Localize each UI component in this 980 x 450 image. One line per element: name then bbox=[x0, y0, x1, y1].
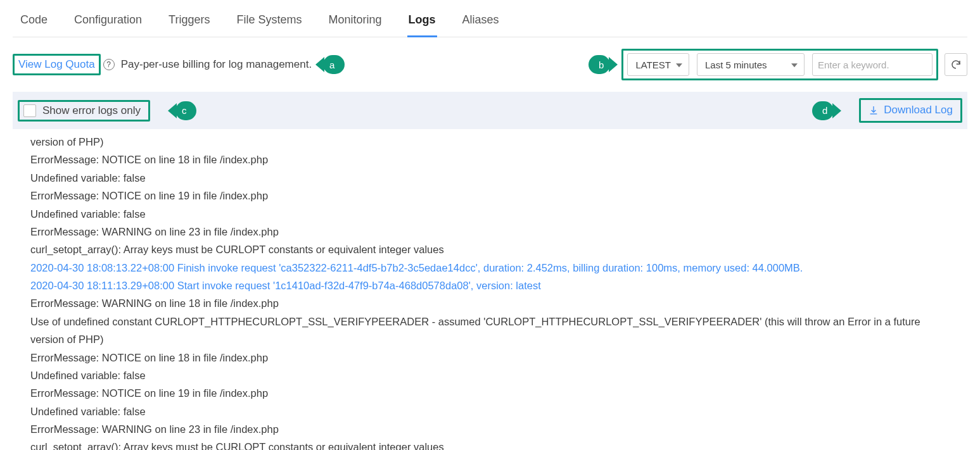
show-errors-checkbox[interactable] bbox=[23, 104, 36, 117]
tab-monitoring[interactable]: Monitoring bbox=[328, 13, 383, 37]
log-line: Undefined variable: false bbox=[30, 205, 950, 223]
log-line: ErrorMessage: NOTICE on line 18 in file … bbox=[30, 349, 950, 366]
annotation-box-filters: LATEST Last 5 minutes bbox=[621, 49, 938, 80]
search-field[interactable] bbox=[812, 53, 932, 76]
download-log-label: Download Log bbox=[884, 104, 953, 116]
time-range-select-value: Last 5 minutes bbox=[705, 59, 767, 70]
search-input[interactable] bbox=[818, 59, 938, 70]
log-line: Use of undefined constant CURLOPT_HTTPHE… bbox=[30, 313, 950, 349]
annotation-box-view-quota: View Log Quota bbox=[13, 54, 101, 75]
show-errors-label: Show error logs only bbox=[42, 104, 141, 117]
log-line: Undefined variable: false bbox=[30, 366, 950, 384]
version-select[interactable]: LATEST bbox=[627, 53, 689, 76]
download-log-button[interactable]: Download Log bbox=[869, 104, 953, 116]
log-line: ErrorMessage: WARNING on line 23 in file… bbox=[30, 223, 950, 241]
log-line: ErrorMessage: NOTICE on line 19 in file … bbox=[30, 187, 950, 204]
logs-toolbar: View Log Quota ? Pay-per-use billing for… bbox=[6, 37, 974, 92]
log-line: ErrorMessage: NOTICE on line 19 in file … bbox=[30, 384, 950, 402]
log-output: version of PHP)ErrorMessage: NOTICE on l… bbox=[13, 129, 967, 450]
tab-code[interactable]: Code bbox=[19, 13, 49, 37]
log-line: ErrorMessage: NOTICE on line 18 in file … bbox=[30, 151, 950, 168]
log-line: Undefined variable: false bbox=[30, 169, 950, 187]
tab-configuration[interactable]: Configuration bbox=[73, 13, 143, 37]
annotation-box-show-errors: Show error logs only bbox=[18, 100, 150, 122]
time-range-select[interactable]: Last 5 minutes bbox=[697, 53, 805, 76]
refresh-button[interactable] bbox=[945, 53, 967, 76]
tab-file-systems[interactable]: File Systems bbox=[235, 13, 303, 37]
log-line: version of PHP) bbox=[30, 133, 950, 151]
tabs-bar: CodeConfigurationTriggersFile SystemsMon… bbox=[13, 0, 967, 37]
tab-logs[interactable]: Logs bbox=[407, 13, 437, 37]
refresh-icon bbox=[950, 59, 962, 70]
log-line: curl_setopt_array(): Array keys must be … bbox=[30, 438, 950, 450]
log-line: 2020-04-30 18:08:13.22+08:00 Finish invo… bbox=[30, 259, 950, 277]
log-line: Undefined variable: false bbox=[30, 403, 950, 420]
tab-triggers[interactable]: Triggers bbox=[167, 13, 211, 37]
annotation-marker-c: c bbox=[175, 101, 197, 120]
tab-aliases[interactable]: Aliases bbox=[461, 13, 500, 37]
help-icon[interactable]: ? bbox=[103, 59, 115, 70]
log-line: 2020-04-30 18:11:13.29+08:00 Start invok… bbox=[30, 277, 950, 294]
log-line: curl_setopt_array(): Array keys must be … bbox=[30, 241, 950, 258]
logs-header: Show error logs only c d Download Log bbox=[13, 92, 967, 129]
log-line: ErrorMessage: WARNING on line 18 in file… bbox=[30, 294, 950, 312]
annotation-box-download: Download Log bbox=[859, 98, 962, 123]
annotation-marker-a: a bbox=[323, 55, 345, 74]
annotation-marker-b: b bbox=[589, 55, 610, 74]
version-select-value: LATEST bbox=[635, 59, 671, 70]
billing-text: Pay-per-use billing for log management. bbox=[121, 58, 312, 71]
view-log-quota-link[interactable]: View Log Quota bbox=[18, 58, 95, 70]
download-icon bbox=[869, 105, 879, 115]
log-line: ErrorMessage: WARNING on line 23 in file… bbox=[30, 420, 950, 438]
annotation-marker-d: d bbox=[812, 101, 834, 120]
